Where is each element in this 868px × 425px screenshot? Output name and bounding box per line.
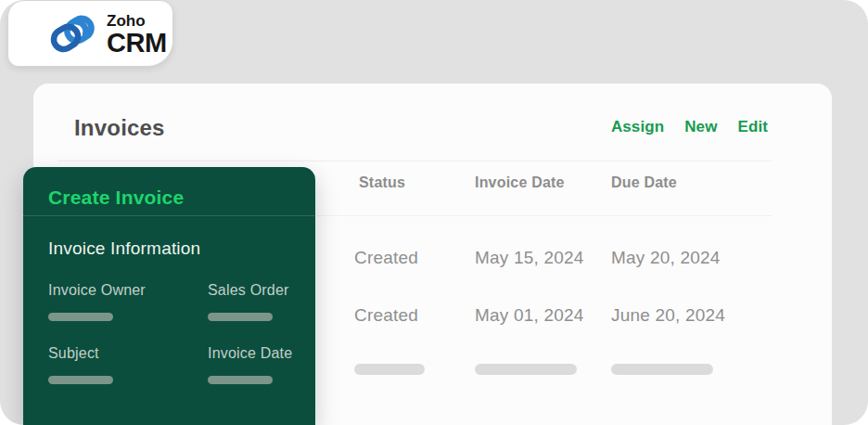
product-name: CRM <box>107 30 167 57</box>
field-invoice-date: Invoice Date <box>208 345 292 384</box>
column-header-invoice-date: Invoice Date <box>475 174 565 191</box>
field-subject: Subject <box>48 345 113 384</box>
field-input-placeholder <box>48 376 113 384</box>
column-header-due-date: Due Date <box>611 174 677 191</box>
zoho-crm-badge: Zoho CRM <box>7 0 173 67</box>
badge-wordmark: Zoho CRM <box>107 11 167 57</box>
status-cell: Created <box>354 248 418 268</box>
actions-toolbar: Assign New Edit <box>611 118 768 136</box>
page-title: Invoices <box>74 115 165 141</box>
invoice-date-cell: May 01, 2024 <box>475 305 584 326</box>
panel-divider <box>23 215 315 216</box>
title-divider <box>58 161 772 161</box>
field-input-placeholder <box>48 313 113 321</box>
placeholder-bar <box>354 364 425 375</box>
field-invoice-owner: Invoice Owner <box>48 282 146 321</box>
new-link[interactable]: New <box>684 118 717 136</box>
status-cell: Created <box>354 305 418 326</box>
section-title: Invoice Information <box>48 238 200 259</box>
create-invoice-panel: Create Invoice Invoice Information Invoi… <box>23 167 315 425</box>
placeholder-bar <box>611 364 713 375</box>
field-label: Sales Order <box>208 282 289 299</box>
due-date-cell: May 20, 2024 <box>611 248 721 268</box>
due-date-cell: June 20, 2024 <box>611 305 725 326</box>
field-sales-order: Sales Order <box>208 282 289 321</box>
field-input-placeholder <box>208 376 273 384</box>
field-label: Subject <box>48 345 113 362</box>
edit-link[interactable]: Edit <box>737 118 768 136</box>
app-canvas: Zoho CRM Invoices Assign New Edit Status… <box>0 0 868 425</box>
invoice-date-cell: May 15, 2024 <box>475 248 584 268</box>
field-label: Invoice Date <box>208 345 292 362</box>
field-input-placeholder <box>208 313 273 321</box>
panel-title: Create Invoice <box>48 187 184 209</box>
placeholder-bar <box>475 364 577 375</box>
brand-name: Zoho <box>107 13 167 29</box>
column-header-status: Status <box>359 174 405 191</box>
field-label: Invoice Owner <box>48 282 146 299</box>
assign-link[interactable]: Assign <box>611 118 664 136</box>
zoho-logo-icon <box>47 13 97 54</box>
